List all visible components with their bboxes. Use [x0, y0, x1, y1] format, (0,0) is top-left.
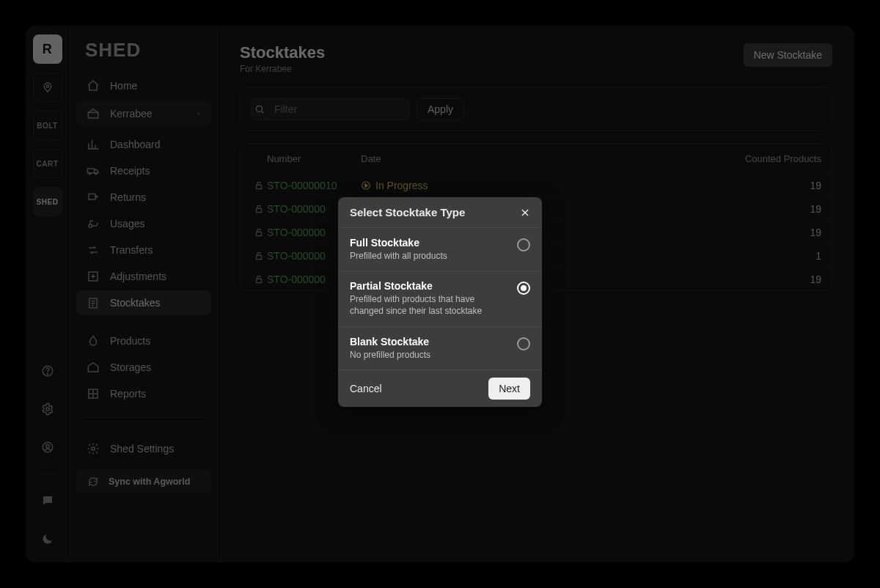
apply-button[interactable]: Apply: [417, 98, 464, 120]
row-number: STO-00000010: [267, 180, 361, 191]
svg-rect-6: [88, 169, 95, 173]
option-title: Full Stocktake: [350, 237, 447, 249]
radio-icon: [517, 282, 530, 295]
svg-point-0: [46, 85, 48, 87]
option-title: Blank Stocktake: [350, 336, 430, 348]
nav-label: Receipts: [110, 165, 150, 177]
nav-location-select[interactable]: Kerrabee: [76, 101, 211, 126]
row-count: 19: [711, 273, 821, 285]
settings-button[interactable]: [33, 394, 62, 424]
svg-point-14: [92, 447, 95, 451]
row-count: 19: [711, 180, 821, 191]
svg-point-2: [47, 373, 48, 374]
filter-input-wrap[interactable]: [251, 98, 409, 120]
svg-rect-19: [257, 232, 262, 235]
rail-tab-bolt[interactable]: BOLT: [33, 111, 62, 140]
close-icon[interactable]: [520, 207, 530, 218]
row-count: 19: [711, 227, 821, 238]
stocktake-type-option[interactable]: Partial Stocktake Prefilled with product…: [338, 271, 542, 326]
row-count: 1: [711, 250, 821, 262]
account-button[interactable]: [33, 433, 62, 462]
transfer-icon: [85, 243, 101, 257]
nav-location-label: Kerrabee: [110, 108, 153, 120]
nav-home-label: Home: [110, 80, 137, 92]
nav-label: Dashboard: [110, 139, 161, 150]
drop-icon: [85, 334, 101, 348]
nav-home[interactable]: Home: [76, 73, 211, 98]
th-number: Number: [267, 153, 361, 164]
chart-icon: [85, 138, 101, 151]
chat-icon: [41, 494, 54, 507]
select-stocktake-type-modal: Select Stocktake Type Full Stocktake Pre…: [338, 197, 542, 407]
clipboard-icon: [85, 296, 101, 309]
theme-button[interactable]: [33, 524, 62, 554]
play-icon: [361, 180, 371, 191]
filter-input[interactable]: [268, 103, 408, 115]
return-icon: [85, 191, 101, 204]
nav-storages[interactable]: Storages: [76, 355, 211, 380]
nav-label: Shed Settings: [110, 443, 174, 455]
pin-icon: [42, 81, 54, 93]
page-subtitle: For Kerrabee: [240, 64, 325, 74]
stocktake-type-option[interactable]: Full Stocktake Prefilled with all produc…: [338, 227, 542, 271]
search-icon: [252, 99, 268, 120]
lock-icon: [251, 180, 267, 191]
svg-point-10: [89, 224, 92, 228]
nav-receipts[interactable]: Receipts: [76, 158, 211, 183]
nav-label: Transfers: [110, 244, 153, 256]
lock-icon: [251, 251, 267, 261]
nav-transfers[interactable]: Transfers: [76, 238, 211, 262]
rail-location-pin[interactable]: [33, 73, 62, 102]
sidebar-brand: SHED: [76, 36, 211, 72]
svg-rect-9: [89, 194, 95, 200]
sync-icon: [85, 476, 101, 488]
svg-point-3: [45, 408, 49, 411]
help-button[interactable]: [33, 356, 62, 386]
nav-label: Storages: [110, 361, 151, 373]
nav-stocktakes[interactable]: Stocktakes: [76, 290, 211, 315]
svg-rect-16: [257, 185, 262, 188]
nav-label: Adjustments: [110, 271, 166, 282]
svg-rect-18: [257, 208, 262, 212]
table-row[interactable]: STO-00000010 In Progress 19: [241, 173, 832, 196]
cancel-button[interactable]: Cancel: [350, 383, 382, 394]
user-icon: [41, 441, 54, 454]
usage-icon: [85, 217, 101, 230]
nav-shed-settings[interactable]: Shed Settings: [76, 436, 211, 461]
nav-label: Usages: [110, 218, 144, 229]
rail-tab-cart[interactable]: CART: [33, 149, 62, 178]
logo-button[interactable]: R: [33, 34, 62, 64]
sidebar: SHED Home Kerrabee Dashboard Receipts: [70, 26, 218, 562]
gear-icon: [85, 442, 101, 455]
nav-label: Stocktakes: [110, 297, 160, 309]
nav-label: Returns: [110, 191, 146, 203]
option-title: Partial Stocktake: [350, 280, 489, 292]
th-count: Counted Products: [711, 153, 821, 164]
lock-icon: [251, 227, 267, 238]
adjust-icon: [85, 270, 101, 283]
new-stocktake-button[interactable]: New Stocktake: [744, 43, 832, 67]
rail-tab-shed[interactable]: SHED: [33, 187, 62, 216]
svg-rect-21: [257, 279, 262, 282]
lock-icon: [251, 274, 267, 284]
chat-button[interactable]: [33, 486, 62, 515]
page-title: Stocktakes: [240, 43, 325, 62]
nav-adjustments[interactable]: Adjustments: [76, 264, 211, 289]
help-icon: [41, 364, 54, 378]
nav-reports[interactable]: Reports: [76, 381, 211, 406]
moon-icon: [41, 532, 54, 545]
row-date: In Progress: [361, 180, 711, 191]
truck-in-icon: [85, 164, 101, 177]
nav-dashboard[interactable]: Dashboard: [76, 132, 211, 157]
stocktake-type-option[interactable]: Blank Stocktake No prefilled products: [338, 326, 542, 370]
nav-usages[interactable]: Usages: [76, 211, 211, 236]
home-icon: [85, 79, 101, 92]
chevron-down-icon: [195, 110, 202, 117]
storage-icon: [85, 361, 101, 374]
next-button[interactable]: Next: [488, 378, 530, 400]
sync-agworld-button[interactable]: Sync with Agworld: [76, 470, 211, 493]
barn-icon: [85, 107, 101, 120]
svg-point-5: [45, 444, 49, 448]
nav-products[interactable]: Products: [76, 328, 211, 353]
nav-returns[interactable]: Returns: [76, 185, 211, 210]
